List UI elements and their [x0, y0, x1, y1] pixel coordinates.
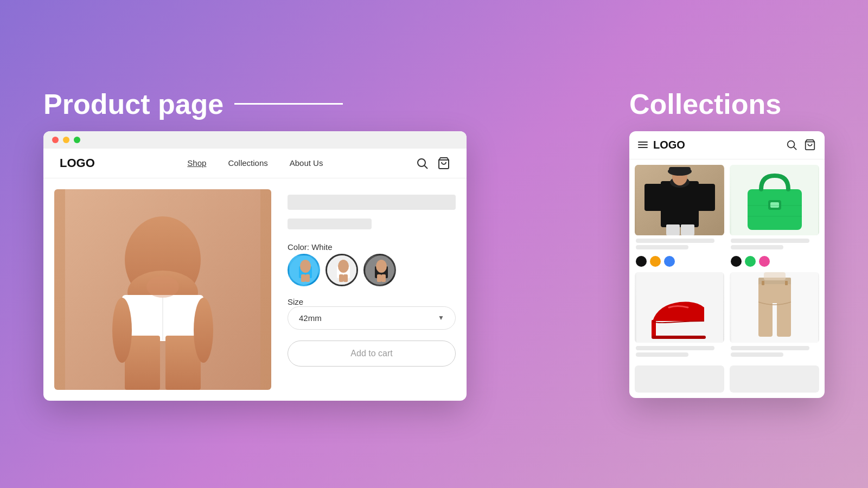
svg-point-27: [376, 260, 387, 273]
collections-search-icon[interactable]: [786, 139, 797, 151]
sweater-color-dots: [635, 256, 724, 267]
left-section: Product page LOGO Shop Collections About…: [43, 88, 586, 401]
swatch-black[interactable]: [363, 254, 396, 286]
hamburger-icon[interactable]: [638, 142, 648, 148]
swatch-blue[interactable]: [288, 254, 320, 286]
browser-dot-yellow[interactable]: [63, 137, 69, 143]
right-section: Collections LOGO: [629, 88, 825, 398]
collections-window: LOGO: [629, 131, 825, 398]
cart-icon[interactable]: [437, 157, 450, 170]
bag-meta: [730, 235, 819, 253]
svg-rect-25: [377, 274, 381, 282]
sweater-color-orange[interactable]: [650, 256, 661, 267]
bag-color-pink[interactable]: [759, 256, 770, 267]
svg-rect-57: [764, 272, 786, 280]
sweater-meta: [635, 235, 724, 253]
svg-rect-54: [777, 301, 791, 337]
collection-item-pants[interactable]: [730, 272, 819, 360]
svg-rect-32: [661, 181, 699, 227]
collection-item-placeholder-1: [635, 365, 724, 393]
nav-icons: [416, 157, 450, 170]
sweater-color-blue[interactable]: [664, 256, 675, 267]
bag-price-bar: [731, 245, 783, 249]
product-content: Color: White: [43, 178, 467, 401]
swatch-blue-img: [289, 255, 320, 286]
svg-rect-38: [669, 167, 691, 174]
product-nav: LOGO Shop Collections About Us: [43, 149, 467, 178]
svg-point-10: [112, 298, 132, 363]
heels-svg: [636, 272, 723, 343]
add-to-cart-button[interactable]: Add to cart: [288, 341, 456, 367]
svg-rect-49: [652, 336, 706, 339]
pants-price-bar: [731, 352, 783, 357]
color-swatches: [288, 254, 456, 286]
bag-color-black[interactable]: [731, 256, 742, 267]
collection-img-heels: [635, 272, 724, 343]
size-value: 42mm: [299, 313, 322, 323]
browser-window: LOGO Shop Collections About Us: [43, 131, 467, 401]
size-label: Size: [288, 297, 456, 306]
svg-rect-39: [666, 224, 680, 235]
heels-meta: [635, 343, 724, 360]
color-label: Color: White: [288, 242, 456, 252]
placeholder-img-1: [635, 365, 724, 393]
hamburger-line-1: [638, 142, 648, 143]
swatch-white[interactable]: [326, 254, 358, 286]
svg-rect-33: [644, 184, 663, 211]
svg-point-17: [300, 260, 311, 273]
svg-line-1: [425, 165, 428, 169]
product-image: [54, 189, 271, 390]
svg-line-29: [794, 147, 796, 150]
collection-item-sweater[interactable]: [635, 165, 724, 267]
collection-img-sweater: [635, 165, 724, 235]
product-title-placeholder: [288, 195, 456, 210]
search-icon[interactable]: [416, 157, 429, 170]
bag-color-green[interactable]: [745, 256, 756, 267]
browser-dot-green[interactable]: [74, 137, 80, 143]
svg-rect-40: [681, 224, 694, 235]
size-dropdown[interactable]: 42mm ▼: [288, 306, 456, 330]
sweater-name-bar: [636, 239, 714, 243]
product-logo: LOGO: [60, 156, 95, 170]
collection-item-heels[interactable]: [635, 272, 724, 360]
heels-name-bar: [636, 346, 714, 350]
browser-dot-red[interactable]: [52, 137, 59, 143]
svg-rect-34: [696, 184, 715, 211]
pants-name-bar: [731, 346, 809, 350]
svg-rect-56: [785, 281, 788, 285]
collection-item-bag[interactable]: [730, 165, 819, 267]
svg-rect-26: [381, 274, 386, 282]
product-details: Color: White: [288, 189, 456, 390]
left-section-header: Product page: [43, 88, 343, 120]
svg-rect-20: [339, 274, 343, 282]
svg-rect-55: [762, 281, 764, 285]
collection-img-pants: [730, 272, 819, 343]
pants-svg: [731, 272, 818, 343]
hamburger-line-2: [638, 144, 648, 145]
hamburger-line-3: [638, 147, 648, 148]
svg-point-0: [418, 159, 425, 166]
bag-svg: [731, 165, 818, 235]
bag-name-bar: [731, 239, 809, 243]
placeholder-img-2: [730, 365, 819, 393]
svg-rect-52: [758, 284, 791, 303]
nav-link-shop[interactable]: Shop: [187, 158, 206, 168]
nav-link-about[interactable]: About Us: [290, 158, 323, 168]
collection-img-bag: [730, 165, 819, 235]
product-price-placeholder: [288, 219, 372, 229]
collections-cart-icon[interactable]: [804, 139, 816, 151]
svg-point-28: [788, 141, 795, 148]
sweater-svg: [636, 165, 723, 235]
nav-link-collections[interactable]: Collections: [228, 158, 267, 168]
swatch-white-img: [327, 255, 358, 286]
sweater-color-black[interactable]: [636, 256, 647, 267]
svg-point-22: [338, 260, 349, 273]
bag-color-dots: [730, 256, 819, 267]
svg-point-12: [146, 276, 179, 298]
product-page-title: Product page: [43, 88, 224, 120]
collections-grid: [629, 159, 825, 398]
collection-item-placeholder-2: [730, 365, 819, 393]
collections-logo: LOGO: [653, 139, 685, 151]
sweater-price-bar: [636, 245, 688, 249]
dropdown-arrow-icon: ▼: [438, 314, 444, 322]
